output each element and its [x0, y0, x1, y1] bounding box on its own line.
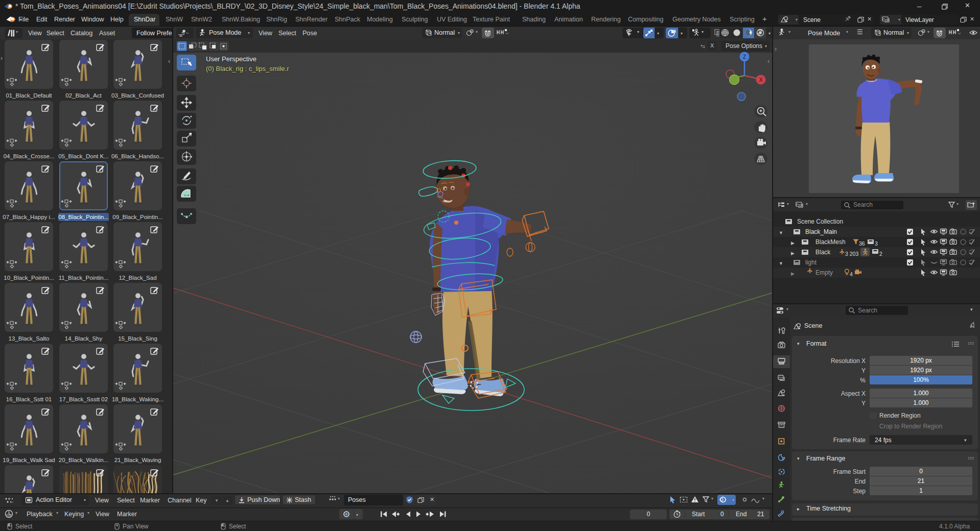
svg-text:Z: Z: [743, 54, 746, 60]
svg-text:X: X: [759, 77, 763, 83]
